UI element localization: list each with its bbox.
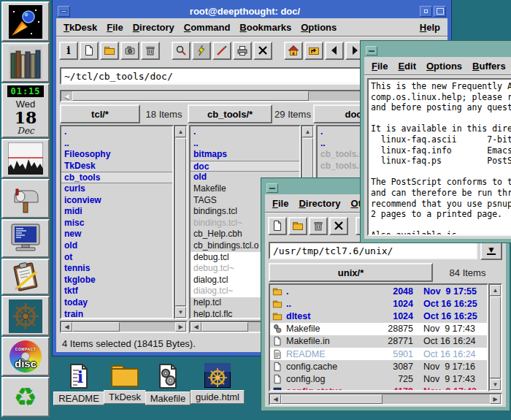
desktop-icon-readme[interactable]: i README [55,363,102,405]
file-item[interactable]: new [61,229,172,240]
delete-button[interactable] [253,42,272,60]
file-item[interactable]: iconview [61,195,172,207]
scroll-thumb[interactable] [201,322,248,332]
pane-scroll-marker[interactable]: ◀ [61,91,72,101]
delete-button[interactable] [329,217,348,235]
new-file-button[interactable] [80,42,99,60]
menu-help[interactable]: Help [420,22,440,33]
file-item[interactable]: Fileosophy [61,149,172,161]
scroll-right-arrow[interactable]: ▶ [490,394,501,404]
menu-bookmarks[interactable]: Bookmarks [239,22,291,33]
file-item[interactable]: tkglobe [61,275,172,286]
file-item[interactable]: .. [191,138,299,150]
menu-options[interactable]: Options [301,22,337,33]
new-file-button[interactable] [268,217,287,235]
dock-cdrom-button[interactable]: COMPACT disc [1,337,50,376]
menu-directory[interactable]: Directory [299,198,340,209]
menu-tkdesk[interactable]: TkDesk [64,22,97,33]
info-button[interactable] [59,42,78,60]
maximize-button[interactable] [434,6,446,17]
scroll-up-arrow[interactable]: ▲ [175,126,186,137]
scroll-right-arrow[interactable]: ▶ [175,322,186,332]
file-row[interactable]: .2048Nov 9 17:55 [270,285,487,297]
home-button[interactable] [284,42,303,60]
dock-terminal-button[interactable] [1,219,50,258]
dock-load-graph-button[interactable] [1,139,50,178]
desktop-icon-tkdesk[interactable]: TkDesk [104,363,146,404]
file-row[interactable]: config.cache3087Nov 9 17:16 [270,360,487,373]
dock-mailbox-button[interactable] [1,179,50,218]
pane2-header-button[interactable]: cb_tools/* [188,104,272,123]
dock-helm-button[interactable] [1,296,50,336]
pane1-vscrollbar[interactable]: ▲ ▼ [174,125,188,319]
file-item-active[interactable]: doc [191,161,299,172]
file-item[interactable]: bitmaps [191,149,299,161]
pane-scroll-thumb[interactable] [72,91,309,101]
scroll-thumb[interactable] [490,297,501,378]
file-item[interactable]: tktf [61,286,172,297]
browser-hscrollbar[interactable]: ◀ ▶ [269,393,502,405]
dir-header-button[interactable]: unix/* [269,263,433,282]
browser-vscrollbar[interactable]: ▲ ▼ [488,283,502,392]
file-row-selected[interactable]: README5901Oct 16 16:24 [270,348,487,360]
editor-text-area[interactable]: This is the new Frequently Asked comp.os… [367,78,511,236]
scroll-left-arrow[interactable]: ◀ [61,322,72,332]
file-item[interactable]: ot [61,252,172,264]
menu-file[interactable]: File [107,22,123,33]
dock-recycle-button[interactable]: ♻ [1,377,50,417]
open-folder-button[interactable] [100,42,119,60]
scroll-left-arrow[interactable]: ◀ [191,322,201,332]
dock-clock-calendar-button[interactable]: 01:15 Wed 18 Dec [1,83,50,138]
search-button[interactable] [172,42,191,60]
path-input[interactable] [269,242,477,259]
file-item[interactable]: tennis [61,263,172,275]
scroll-down-arrow[interactable]: ▼ [490,379,501,390]
menu-edit[interactable]: Edit [398,61,416,72]
file-item[interactable]: train [61,309,172,320]
snapshot-button[interactable] [120,42,139,60]
file-rows[interactable]: .2048Nov 9 17:55 ..1024Oct 16 16:25 dlte… [269,283,488,392]
iconify-button[interactable] [420,6,432,17]
file-row-selected[interactable]: Makefile28875Nov 9 17:43 [270,323,487,335]
scroll-left-arrow[interactable]: ◀ [270,394,281,404]
dock-clipboard-button[interactable] [1,259,50,295]
scroll-up-arrow[interactable]: ▲ [302,126,313,137]
window-menu-button[interactable] [266,183,278,193]
file-item[interactable]: . [61,126,172,138]
main-window-titlebar[interactable]: root@deepthought: doc/ [56,4,447,18]
file-row[interactable]: config.status4179Nov 9 17:43 [270,386,487,392]
pane1-hscrollbar[interactable]: ◀ ▶ [60,321,188,333]
file-row[interactable]: ..1024Oct 16 16:25 [270,297,487,310]
trash-button[interactable] [309,217,328,235]
file-row[interactable]: Makefile.in28771Oct 16 16:24 [270,335,487,348]
file-row[interactable]: dltest1024Oct 16 16:25 [270,310,487,322]
file-item[interactable]: misc [61,218,172,229]
dock-comet-button[interactable] [1,1,50,42]
pane1-list[interactable]: . .. Fileosophy TkDesk cb_tools curls ic… [60,125,174,319]
file-item[interactable]: curls [61,183,172,195]
scroll-up-arrow[interactable]: ▲ [490,285,501,296]
path-history-button[interactable]: ▼ [480,241,502,260]
file-item[interactable]: old [61,240,172,252]
file-item[interactable]: TkDesk [61,161,172,172]
menu-options[interactable]: Options [426,61,462,72]
print-button[interactable] [233,42,252,60]
scroll-thumb[interactable] [72,322,120,332]
trash-button[interactable] [141,42,160,60]
menu-buffers[interactable]: Buffers [472,61,506,72]
file-item[interactable]: today [61,297,172,309]
scroll-thumb[interactable] [281,394,383,404]
execute-button[interactable] [192,42,211,60]
back-button[interactable] [325,42,344,60]
up-directory-button[interactable] [304,42,323,60]
file-item-active[interactable]: cb_tools [61,172,172,183]
dock-books-button[interactable] [1,42,50,83]
edit-button[interactable] [212,42,231,60]
pane1-header-button[interactable]: tcl/* [60,104,140,123]
file-item[interactable]: .. [61,138,172,150]
file-item[interactable]: . [191,126,299,138]
file-item[interactable]: midi [61,206,172,218]
menu-directory[interactable]: Directory [133,22,174,33]
editor-titlebar[interactable] [364,45,511,57]
desktop-icon-guide-html[interactable]: guide.html [191,363,244,404]
